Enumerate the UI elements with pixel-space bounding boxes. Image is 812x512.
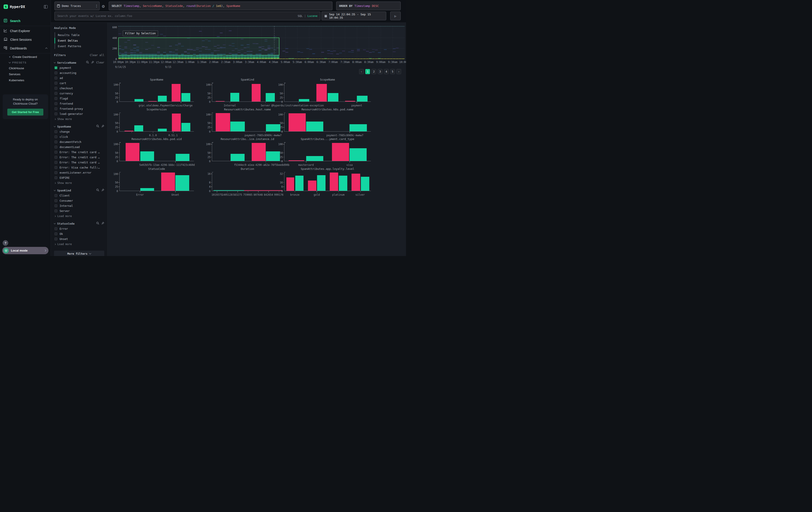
filter-option-load-generator[interactable]: load-generator — [54, 112, 104, 115]
filter-option-currency[interactable]: currency — [54, 92, 104, 95]
checkbox-unchecked[interactable] — [55, 145, 57, 149]
checkbox-unchecked[interactable] — [55, 151, 57, 154]
chart-plot[interactable] — [284, 83, 371, 102]
filter-option-consumer[interactable]: Consumer — [54, 199, 104, 203]
chart-plot[interactable] — [212, 113, 283, 132]
chart-plot[interactable] — [119, 83, 194, 102]
load-more-link[interactable]: Load more — [54, 243, 104, 246]
checkbox-unchecked[interactable] — [55, 156, 57, 159]
sidebar-subitem-kubernetes[interactable]: Kubernetes — [0, 77, 51, 83]
checkbox-unchecked[interactable] — [55, 140, 57, 143]
checkbox-unchecked[interactable] — [55, 135, 57, 138]
filter-option-expire[interactable]: EXPIRE — [54, 176, 104, 180]
checkbox-unchecked[interactable] — [55, 176, 57, 179]
clear-all-button[interactable]: Clear all — [90, 54, 104, 57]
order-by-input[interactable]: ORDER BY Timestamp DESC — [336, 2, 401, 10]
filter-option-documentload[interactable]: documentLoad — [54, 145, 104, 149]
checkbox-unchecked[interactable] — [55, 102, 57, 105]
chart-plot[interactable] — [284, 113, 371, 132]
sidebar-collapse-icon[interactable] — [44, 5, 48, 8]
checkbox-unchecked[interactable] — [55, 107, 57, 110]
sidebar-item-dashboards[interactable]: Dashboards — [0, 44, 51, 53]
filter-option-ad[interactable]: ad — [54, 76, 104, 80]
checkbox-unchecked[interactable] — [55, 227, 57, 230]
lang-toggle-lucene[interactable]: Lucene — [308, 14, 318, 18]
filter-option-frontend-proxy[interactable]: frontend-proxy — [54, 107, 104, 110]
checkbox-unchecked[interactable] — [55, 92, 57, 95]
filter-by-selection-button[interactable]: Filter by Selection — [123, 30, 158, 36]
page-next-button[interactable]: › — [397, 69, 401, 74]
page-button-2[interactable]: 2 — [372, 69, 376, 74]
filter-option-cart[interactable]: cart — [54, 81, 104, 85]
pin-icon[interactable] — [102, 222, 104, 225]
chart-plot[interactable] — [119, 142, 194, 161]
sidebar-subitem-clickhouse[interactable]: ClickHouse — [0, 65, 51, 71]
filter-option-error-the-credit-card-[interactable]: Error: The credit card (… — [54, 156, 104, 159]
filter-option-documentfetch[interactable]: documentFetch — [54, 140, 104, 143]
page-prev-button[interactable]: ‹ — [359, 69, 364, 74]
filter-group-header-servicename[interactable]: ServiceNameClear — [54, 61, 104, 64]
chart-plot[interactable] — [119, 113, 194, 132]
filter-option-frontend[interactable]: frontend — [54, 102, 104, 105]
filter-option-click[interactable]: click — [54, 135, 104, 138]
analysis-mode-event-deltas[interactable]: Event Deltas — [55, 38, 104, 44]
checkbox-unchecked[interactable] — [55, 204, 57, 207]
pin-icon[interactable] — [102, 125, 104, 128]
load-more-link[interactable]: Load more — [54, 215, 104, 218]
page-button-5[interactable]: 5 — [390, 69, 395, 74]
sidebar-subitem-create-dashboard[interactable]: +Create Dashboard — [0, 54, 51, 60]
checkbox-unchecked[interactable] — [55, 77, 57, 79]
checkbox-checked[interactable]: ✓ — [55, 66, 57, 69]
sidebar-item-client-sessions[interactable]: Client Sessions — [0, 35, 51, 44]
more-filters-button[interactable]: More filters — [54, 251, 104, 256]
chart-plot[interactable] — [119, 172, 194, 191]
filter-group-header-spanname[interactable]: SpanName — [54, 125, 104, 128]
lang-toggle-sql[interactable]: SQL — [298, 14, 303, 18]
checkbox-unchecked[interactable] — [55, 238, 57, 240]
checkbox-unchecked[interactable] — [55, 210, 57, 212]
search-icon[interactable] — [96, 222, 99, 225]
checkbox-unchecked[interactable] — [55, 166, 57, 169]
events-heatmap[interactable]: Filter by Selection — [118, 26, 405, 59]
data-source-select[interactable]: Demo Traces ▴▾ — [55, 2, 99, 10]
chart-plot[interactable] — [212, 172, 283, 191]
filter-option-error-visa-cache-full-[interactable]: Error: Visa cache full: … — [54, 166, 104, 169]
pin-icon[interactable] — [102, 189, 104, 192]
checkbox-unchecked[interactable] — [55, 171, 57, 174]
filter-option-checkout[interactable]: checkout — [54, 87, 104, 90]
chart-plot[interactable] — [212, 142, 283, 161]
chart-plot[interactable] — [212, 83, 283, 102]
user-menu[interactable]: U Local mode — [2, 247, 49, 254]
filter-option-ok[interactable]: Ok — [54, 232, 104, 236]
chart-plot[interactable] — [284, 142, 371, 161]
page-button-3[interactable]: 3 — [378, 69, 382, 74]
filter-option-unset[interactable]: Unset — [54, 237, 104, 241]
filter-option-error-the-credit-card-[interactable]: Error: The credit card (… — [54, 161, 104, 164]
filter-option-change[interactable]: change — [54, 130, 104, 133]
help-button[interactable]: ? — [3, 240, 8, 246]
gear-icon[interactable]: ⚙ — [102, 4, 105, 9]
search-icon[interactable] — [96, 125, 99, 128]
run-query-button[interactable]: ▷ — [390, 11, 401, 20]
sidebar-subitem-services[interactable]: Services — [0, 71, 51, 77]
filter-option-internal[interactable]: Internal — [54, 204, 104, 208]
search-icon[interactable] — [86, 61, 89, 64]
checkbox-unchecked[interactable] — [55, 82, 57, 85]
filter-option-client[interactable]: Client — [54, 194, 104, 197]
search-icon[interactable] — [96, 189, 99, 192]
filter-group-header-statuscode[interactable]: StatusCode — [54, 222, 104, 225]
show-more-link[interactable]: Show more — [54, 117, 104, 120]
select-expression-input[interactable]: SELECT Timestamp, ServiceName, StatusCod… — [109, 2, 332, 10]
checkbox-unchecked[interactable] — [55, 130, 57, 133]
get-started-button[interactable]: Get Started for Free — [7, 109, 44, 115]
clear-group-button[interactable]: Clear — [96, 61, 104, 64]
filter-option-accounting[interactable]: accounting — [54, 71, 104, 75]
checkbox-unchecked[interactable] — [55, 161, 57, 164]
search-input[interactable] — [57, 14, 298, 18]
filter-group-header-spankind[interactable]: SpanKind — [54, 189, 104, 192]
checkbox-unchecked[interactable] — [55, 194, 57, 197]
date-range-picker[interactable]: Sep 14 22:04:35 - Sep 15 10:04:35 — [321, 11, 386, 20]
chart-plot[interactable] — [284, 172, 371, 191]
sidebar-subitem-presets[interactable]: PRESETS — [0, 60, 51, 65]
filter-option-eventlistener-error[interactable]: eventListener.error — [54, 171, 104, 174]
